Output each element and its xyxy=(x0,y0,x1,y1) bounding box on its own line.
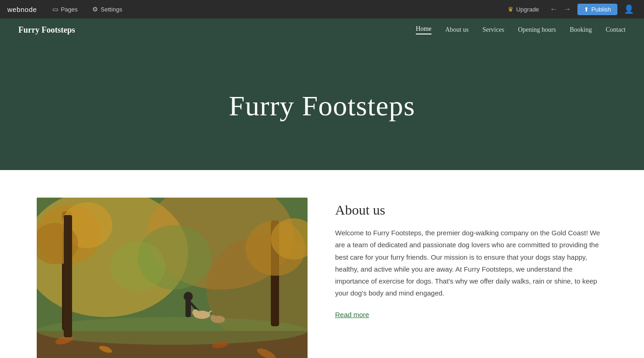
site-nav: Home About us Services Opening hours Boo… xyxy=(416,25,626,34)
settings-icon: ⚙ xyxy=(92,6,98,13)
redo-button[interactable]: → xyxy=(561,3,574,15)
upgrade-button[interactable]: ♛ Upgrade xyxy=(503,4,543,15)
webnode-logo: webnode xyxy=(7,6,37,13)
read-more-button[interactable]: Read more xyxy=(335,311,369,318)
crown-icon: ♛ xyxy=(508,6,514,13)
pages-button[interactable]: ▭ Pages xyxy=(50,4,80,15)
svg-rect-10 xyxy=(62,211,72,331)
site-logo[interactable]: Furry Footsteps xyxy=(18,25,75,35)
hero-section: Furry Footsteps xyxy=(0,41,644,170)
hero-title: Furry Footsteps xyxy=(229,90,415,122)
about-body: Welcome to Furry Footsteps, the premier … xyxy=(335,227,607,300)
nav-booking[interactable]: Booking xyxy=(570,26,592,34)
user-icon: 👤 xyxy=(624,5,634,14)
publish-icon: ⬆ xyxy=(584,6,589,13)
about-text-block: About us Welcome to Furry Footsteps, the… xyxy=(335,198,607,319)
nav-contact[interactable]: Contact xyxy=(605,26,626,34)
settings-button[interactable]: ⚙ Settings xyxy=(90,4,125,15)
about-image xyxy=(37,198,308,358)
nav-services[interactable]: Services xyxy=(482,26,504,34)
nav-home[interactable]: Home xyxy=(416,25,431,34)
undo-redo-group: ← → xyxy=(547,3,574,15)
publish-button[interactable]: ⬆ Publish xyxy=(577,4,617,15)
toolbar: webnode ▭ Pages ⚙ Settings ♛ Upgrade ← →… xyxy=(0,0,644,18)
undo-button[interactable]: ← xyxy=(547,3,560,15)
park-illustration xyxy=(37,198,308,358)
site-header: Furry Footsteps Home About us Services O… xyxy=(0,18,644,41)
toolbar-right: ♛ Upgrade ← → ⬆ Publish 👤 xyxy=(503,2,637,16)
user-account-button[interactable]: 👤 xyxy=(621,2,637,16)
content-section: About us Welcome to Furry Footsteps, the… xyxy=(0,170,644,358)
svg-rect-27 xyxy=(37,198,308,358)
pages-icon: ▭ xyxy=(52,6,58,13)
nav-opening-hours[interactable]: Opening hours xyxy=(518,26,556,34)
about-title: About us xyxy=(335,202,607,218)
nav-about-us[interactable]: About us xyxy=(445,26,469,34)
